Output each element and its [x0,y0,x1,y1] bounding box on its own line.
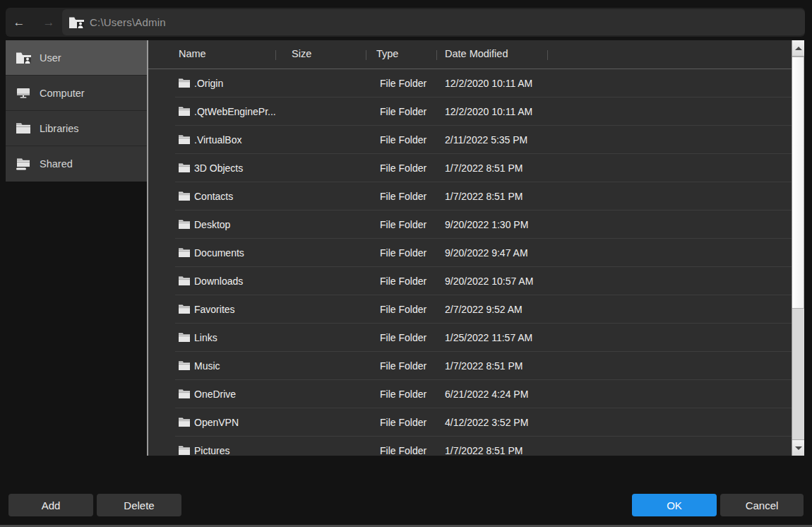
column-header-date-modified[interactable]: Date Modified [445,48,508,59]
column-divider [547,50,548,60]
scrollbar-thumb[interactable] [792,57,804,309]
scroll-down-button[interactable] [792,439,804,456]
back-button[interactable]: ← [8,8,30,37]
navigation-toolbar: ← → C:\Users\Admin [6,8,805,37]
sidebar-item-libraries[interactable]: Libraries [6,111,147,146]
folder-icon [179,78,190,88]
file-row[interactable]: .QtWebEnginePr... File Folder 12/2/2020 … [148,97,792,126]
user-folder-icon [69,17,84,28]
sidebar-item-user[interactable]: User [6,40,147,76]
column-header-name[interactable]: Name [179,48,206,59]
folder-icon [179,220,190,229]
user-folder-icon [16,52,31,64]
file-list-body: .Origin File Folder 12/2/2020 10:11 AM .… [148,69,792,456]
file-name: Documents [194,247,244,259]
file-date-modified: 1/7/2022 8:51 PM [445,191,523,202]
delete-button[interactable]: Delete [97,494,181,516]
file-type: File Folder [380,78,426,89]
sidebar-item-computer[interactable]: Computer [6,76,147,111]
file-type: File Folder [380,219,426,230]
file-date-modified: 1/25/2022 11:57 AM [445,332,532,343]
vertical-scrollbar[interactable] [792,40,804,456]
file-type: File Folder [380,332,426,343]
file-name: OneDrive [194,389,236,400]
file-date-modified: 2/7/2022 9:52 AM [445,304,523,315]
file-type: File Folder [380,162,426,174]
column-header-size[interactable]: Size [292,48,311,59]
file-row[interactable]: OneDrive File Folder 6/21/2022 4:24 PM [148,380,792,408]
file-date-modified: 1/7/2022 8:51 PM [445,445,523,456]
folder-icon [179,389,190,398]
cancel-button[interactable]: Cancel [720,494,804,516]
file-name: Favorites [194,304,235,315]
file-row[interactable]: Contacts File Folder 1/7/2022 8:51 PM [148,182,792,211]
file-row[interactable]: .VirtualBox File Folder 2/11/2022 5:35 P… [148,126,792,154]
file-date-modified: 12/2/2020 10:11 AM [445,78,532,89]
file-date-modified: 1/7/2022 8:51 PM [445,360,523,372]
folder-icon [179,248,190,257]
file-type: File Folder [380,191,426,202]
column-header-type[interactable]: Type [376,48,398,59]
arrow-up-icon [795,47,802,50]
file-type: File Folder [380,304,426,315]
folder-icon [179,361,190,370]
folder-icon [179,446,190,455]
sidebar-item-shared[interactable]: Shared [6,146,147,182]
file-list: Name Size Type Date Modified .Origin Fil… [147,40,792,456]
folder-icon [179,135,190,144]
file-row[interactable]: Links File Folder 1/25/2022 11:57 AM [148,324,792,352]
folder-icon [179,304,190,314]
file-row[interactable]: Favorites File Folder 2/7/2022 9:52 AM [148,295,792,324]
places-sidebar: User Computer Libraries [6,40,147,182]
file-date-modified: 4/12/2022 3:52 PM [445,417,528,428]
folder-icon [179,107,190,116]
ok-button[interactable]: OK [632,494,717,516]
folder-icon [179,276,190,285]
forward-button[interactable]: → [38,8,59,37]
file-date-modified: 9/20/2022 9:47 AM [445,247,528,259]
folder-icon [16,123,31,134]
file-row[interactable]: Pictures File Folder 1/7/2022 8:51 PM [148,437,792,456]
folder-icon [179,418,190,427]
folder-icon [179,163,190,172]
sidebar-item-label: Shared [40,158,73,170]
shared-folder-icon [16,158,31,170]
file-type: File Folder [380,417,426,428]
file-name: Pictures [194,445,230,456]
sidebar-item-label: Computer [40,88,85,99]
file-name: 3D Objects [194,162,243,174]
file-name: Downloads [194,276,243,287]
file-date-modified: 1/7/2022 8:51 PM [445,162,523,174]
sidebar-item-label: Libraries [40,123,79,134]
address-path: C:\Users\Admin [90,16,166,28]
add-button[interactable]: Add [8,494,93,516]
folder-icon [179,191,190,201]
monitor-icon [16,88,31,99]
file-row[interactable]: Downloads File Folder 9/20/2022 10:57 AM [148,267,792,295]
file-name: .QtWebEnginePr... [194,106,276,117]
file-date-modified: 12/2/2020 10:11 AM [445,106,532,117]
file-type: File Folder [380,134,426,146]
scroll-up-button[interactable] [792,40,804,57]
arrow-down-icon [795,446,802,450]
file-row[interactable]: Music File Folder 1/7/2022 8:51 PM [148,352,792,380]
file-row[interactable]: Desktop File Folder 9/20/2022 1:30 PM [148,211,792,239]
file-row[interactable]: .Origin File Folder 12/2/2020 10:11 AM [148,69,792,97]
file-row[interactable]: OpenVPN File Folder 4/12/2022 3:52 PM [148,408,792,437]
file-row[interactable]: 3D Objects File Folder 1/7/2022 8:51 PM [148,154,792,182]
file-date-modified: 9/20/2022 10:57 AM [445,276,533,287]
file-type: File Folder [380,247,426,259]
file-type: File Folder [380,106,426,117]
address-bar[interactable]: C:\Users\Admin [62,9,805,35]
file-row[interactable]: Documents File Folder 9/20/2022 9:47 AM [148,239,792,267]
file-name: Contacts [194,191,233,202]
file-name: .VirtualBox [194,134,241,146]
file-type: File Folder [380,360,426,372]
file-name: Music [194,360,220,372]
sidebar-item-label: User [40,52,61,64]
file-type: File Folder [380,445,426,456]
folder-icon [179,333,190,342]
file-name: Links [194,332,217,343]
column-divider [275,50,276,60]
column-divider [366,50,366,60]
